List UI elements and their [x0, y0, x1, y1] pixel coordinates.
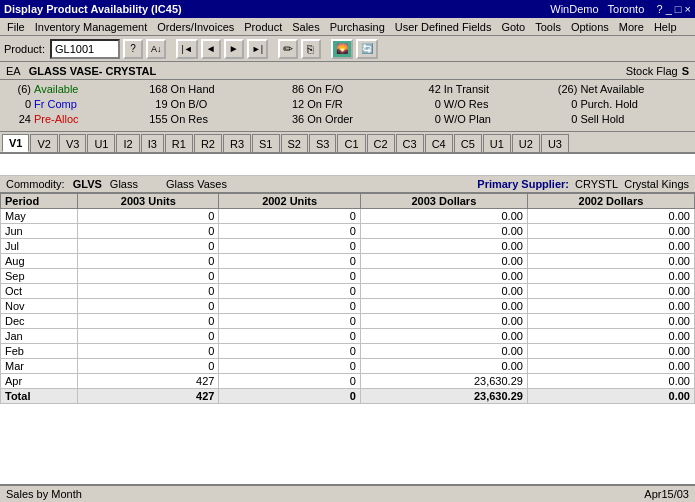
onorder-num: 36	[279, 112, 304, 127]
stat-woplan: 0 W/O Plan	[416, 112, 491, 127]
onbo-num: 19	[143, 97, 168, 112]
tab-i3[interactable]: I3	[141, 134, 164, 152]
onfo-num: 86	[279, 82, 304, 97]
status-bar: Sales by Month Apr15/03	[0, 484, 695, 502]
frcomp-label: Fr Comp	[34, 97, 77, 112]
cell-period: Jun	[1, 224, 78, 239]
cell-2002units: 0	[219, 314, 360, 329]
tab-c1[interactable]: C1	[337, 134, 365, 152]
stock-flag-label: Stock Flag	[626, 65, 678, 77]
ea-label: EA	[6, 65, 21, 77]
woplan-label: W/O Plan	[444, 112, 491, 127]
stat-onfr: 12 On F/R	[279, 97, 342, 112]
tab-i2[interactable]: I2	[116, 134, 139, 152]
tab-s3[interactable]: S3	[309, 134, 336, 152]
cell-2003units: 427	[78, 374, 219, 389]
available-label: Available	[34, 82, 78, 97]
tab-u1a[interactable]: U1	[87, 134, 115, 152]
tab-u2[interactable]: U2	[512, 134, 540, 152]
window-controls[interactable]: ? _ □ ×	[657, 3, 691, 15]
tab-r1[interactable]: R1	[165, 134, 193, 152]
cell-period: May	[1, 209, 78, 224]
cell-period: Jul	[1, 239, 78, 254]
menu-help[interactable]: Help	[649, 20, 682, 34]
available-num: (6)	[6, 82, 31, 97]
cell-2003dollars: 0.00	[360, 299, 527, 314]
tab-v1[interactable]: V1	[2, 134, 29, 152]
cell-2003units: 427	[78, 389, 219, 404]
onhand-label: On Hand	[171, 82, 215, 97]
tab-r2[interactable]: R2	[194, 134, 222, 152]
tab-s1[interactable]: S1	[252, 134, 279, 152]
table-row: Jan 0 0 0.00 0.00	[1, 329, 695, 344]
nav-next-btn[interactable]: ►	[224, 39, 244, 59]
sort-btn[interactable]: A↓	[146, 39, 167, 59]
commodity-label: Commodity:	[6, 178, 65, 190]
copy-btn[interactable]: ⎘	[301, 39, 321, 59]
cell-2003units: 0	[78, 284, 219, 299]
cell-period: Apr	[1, 374, 78, 389]
stat-onbo: 19 On B/O	[143, 97, 208, 112]
menu-more[interactable]: More	[614, 20, 649, 34]
product-input[interactable]	[50, 39, 120, 59]
window-title: Display Product Availability (IC45)	[4, 3, 182, 15]
supplier-name: Crystal Kings	[624, 178, 689, 190]
stats-area: (6) Available 0 Fr Comp 24 Pre-Alloc 168…	[0, 80, 695, 132]
tab-c4[interactable]: C4	[425, 134, 453, 152]
nav-last-btn[interactable]: ►|	[247, 39, 268, 59]
nav-prev-btn[interactable]: ◄	[201, 39, 221, 59]
stat-onhand: 168 On Hand	[143, 82, 215, 97]
onres-label: On Res	[171, 112, 208, 127]
tab-c3[interactable]: C3	[396, 134, 424, 152]
menu-inventory[interactable]: Inventory Management	[30, 20, 153, 34]
cell-2003dollars: 0.00	[360, 269, 527, 284]
commodity-code: GLVS	[73, 178, 102, 190]
cell-period: Total	[1, 389, 78, 404]
onbo-label: On B/O	[171, 97, 208, 112]
stat-onres: 155 On Res	[143, 112, 208, 127]
cell-2003dollars: 0.00	[360, 284, 527, 299]
tab-c2[interactable]: C2	[367, 134, 395, 152]
cell-2002units: 0	[219, 299, 360, 314]
cell-2002dollars: 0.00	[527, 224, 694, 239]
tab-v3[interactable]: V3	[59, 134, 86, 152]
menu-file[interactable]: File	[2, 20, 30, 34]
tab-u1b[interactable]: U1	[483, 134, 511, 152]
tab-r3[interactable]: R3	[223, 134, 251, 152]
cell-2002dollars: 0.00	[527, 329, 694, 344]
menu-goto[interactable]: Goto	[496, 20, 530, 34]
stats-col5: (26) Net Available 0 Purch. Hold 0 Sell …	[552, 82, 689, 127]
product-search-btn[interactable]: ?	[123, 39, 143, 59]
toolbar: Product: ? A↓ |◄ ◄ ► ►| ✏ ⎘ 🌄 🔄	[0, 36, 695, 62]
table-row: Sep 0 0 0.00 0.00	[1, 269, 695, 284]
cell-2003units: 0	[78, 314, 219, 329]
menu-orders[interactable]: Orders/Invoices	[152, 20, 239, 34]
menu-tools[interactable]: Tools	[530, 20, 566, 34]
purchhold-num: 0	[552, 97, 577, 112]
view-btn2[interactable]: 🔄	[356, 39, 378, 59]
cell-2002units: 0	[219, 239, 360, 254]
menu-options[interactable]: Options	[566, 20, 614, 34]
netavail-label: Net Available	[580, 82, 644, 97]
stat-frcomp: 0 Fr Comp	[6, 97, 77, 112]
menu-sales[interactable]: Sales	[287, 20, 325, 34]
cell-2003dollars: 0.00	[360, 344, 527, 359]
tab-v2[interactable]: V2	[30, 134, 57, 152]
stat-prealloc: 24 Pre-Alloc	[6, 112, 79, 127]
commodity-name2: Glass Vases	[166, 178, 227, 190]
cell-2002units: 0	[219, 374, 360, 389]
tab-s2[interactable]: S2	[281, 134, 308, 152]
stat-intransit: 42 In Transit	[416, 82, 489, 97]
view-btn1[interactable]: 🌄	[331, 39, 353, 59]
edit-btn[interactable]: ✏	[278, 39, 298, 59]
table-row: Oct 0 0 0.00 0.00	[1, 284, 695, 299]
menu-product[interactable]: Product	[239, 20, 287, 34]
menu-purchasing[interactable]: Purchasing	[325, 20, 390, 34]
tab-u3[interactable]: U3	[541, 134, 569, 152]
cell-2002dollars: 0.00	[527, 344, 694, 359]
cell-2003dollars: 0.00	[360, 239, 527, 254]
nav-first-btn[interactable]: |◄	[176, 39, 197, 59]
menu-user-fields[interactable]: User Defined Fields	[390, 20, 497, 34]
sellhold-label: Sell Hold	[580, 112, 624, 127]
tab-c5[interactable]: C5	[454, 134, 482, 152]
